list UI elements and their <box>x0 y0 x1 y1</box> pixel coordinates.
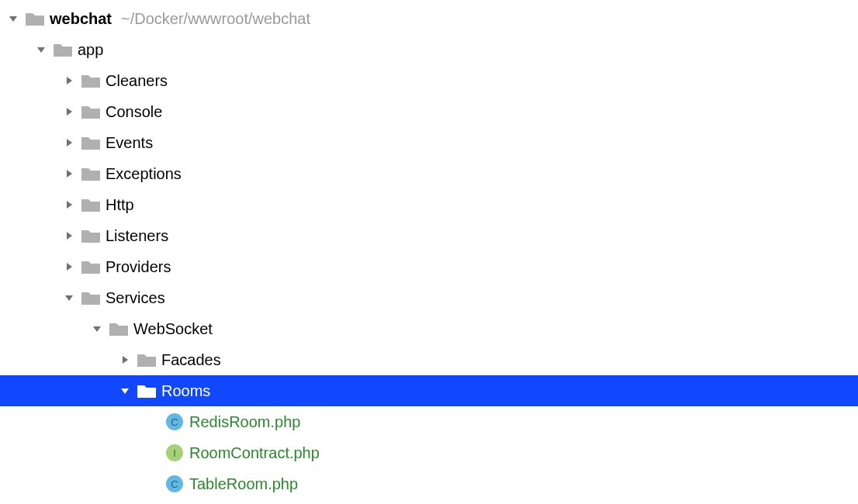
tree-label: Events <box>106 135 153 150</box>
tree-label: TableRoom.php <box>189 476 298 492</box>
chevron-down-icon[interactable] <box>62 291 76 305</box>
tree-row-http[interactable]: Http <box>0 189 858 220</box>
svg-marker-7 <box>67 232 72 240</box>
tree-row-services[interactable]: Services <box>0 282 858 313</box>
tree-row-file-tableroom[interactable]: C TableRoom.php <box>0 468 858 499</box>
svg-marker-8 <box>67 263 72 271</box>
tree-label-root: webchat <box>50 11 112 26</box>
chevron-down-icon[interactable] <box>34 43 48 57</box>
tree-label: Http <box>106 197 134 212</box>
svg-marker-12 <box>121 388 129 394</box>
tree-row-console[interactable]: Console <box>0 96 858 127</box>
svg-marker-2 <box>67 77 72 85</box>
tree-row-app[interactable]: app <box>0 34 858 65</box>
chevron-right-icon[interactable] <box>62 229 76 243</box>
tree-label: WebSocket <box>133 321 213 337</box>
folder-icon <box>81 134 101 151</box>
php-class-icon: C <box>166 413 183 430</box>
tree-label: Services <box>106 290 165 306</box>
chevron-right-icon[interactable] <box>118 353 132 367</box>
tree-row-file-redisroom[interactable]: C RedisRoom.php <box>0 406 858 437</box>
tree-row-facades[interactable]: Facades <box>0 344 858 375</box>
chevron-right-icon[interactable] <box>62 105 76 119</box>
svg-marker-9 <box>65 295 73 301</box>
svg-marker-1 <box>37 47 45 53</box>
tree-row-rooms[interactable]: Rooms <box>0 375 858 406</box>
folder-icon <box>81 103 101 120</box>
svg-marker-6 <box>67 201 72 209</box>
chevron-right-icon[interactable] <box>62 167 76 181</box>
chevron-right-icon[interactable] <box>62 136 76 150</box>
tree-row-websocket[interactable]: WebSocket <box>0 313 858 344</box>
folder-icon <box>81 258 101 275</box>
tree-label: Console <box>106 104 162 119</box>
chevron-down-icon[interactable] <box>6 12 20 26</box>
php-class-icon: C <box>166 475 183 492</box>
svg-marker-11 <box>123 356 128 364</box>
tree-row-exceptions[interactable]: Exceptions <box>0 158 858 189</box>
tree-row-listeners[interactable]: Listeners <box>0 220 858 251</box>
chevron-right-icon[interactable] <box>62 198 76 212</box>
folder-icon <box>53 41 73 58</box>
folder-icon <box>137 382 157 399</box>
folder-icon <box>137 351 157 368</box>
tree-label: Listeners <box>106 228 168 243</box>
tree-label: Providers <box>106 259 171 274</box>
tree-root-path: ~/Docker/wwwroot/webchat <box>121 10 310 28</box>
folder-icon <box>81 289 101 306</box>
svg-marker-0 <box>9 16 17 22</box>
tree-row-events[interactable]: Events <box>0 127 858 158</box>
tree-label: app <box>78 42 103 57</box>
tree-label: Facades <box>161 352 221 368</box>
tree-row-file-roomcontract[interactable]: I RoomContract.php <box>0 437 858 468</box>
project-tree: webchat ~/Docker/wwwroot/webchat app Cle… <box>0 0 858 499</box>
php-interface-icon: I <box>166 444 183 461</box>
svg-marker-10 <box>93 326 101 332</box>
folder-icon <box>25 10 45 27</box>
folder-icon <box>81 196 101 213</box>
chevron-down-icon[interactable] <box>90 322 104 336</box>
tree-label: Cleaners <box>106 73 168 88</box>
tree-label: Exceptions <box>106 166 182 181</box>
tree-row-providers[interactable]: Providers <box>0 251 858 282</box>
tree-label: RoomContract.php <box>189 445 320 461</box>
chevron-down-icon[interactable] <box>118 384 132 398</box>
folder-icon <box>109 320 129 337</box>
svg-marker-3 <box>67 108 72 116</box>
tree-row-cleaners[interactable]: Cleaners <box>0 65 858 96</box>
chevron-right-icon[interactable] <box>62 74 76 88</box>
svg-marker-5 <box>67 170 72 178</box>
tree-row-root[interactable]: webchat ~/Docker/wwwroot/webchat <box>0 3 858 34</box>
folder-icon <box>81 227 101 244</box>
tree-label: RedisRoom.php <box>189 414 300 430</box>
folder-icon <box>81 72 101 89</box>
svg-marker-4 <box>67 139 72 147</box>
folder-icon <box>81 165 101 182</box>
chevron-right-icon[interactable] <box>62 260 76 274</box>
tree-label: Rooms <box>161 383 210 399</box>
